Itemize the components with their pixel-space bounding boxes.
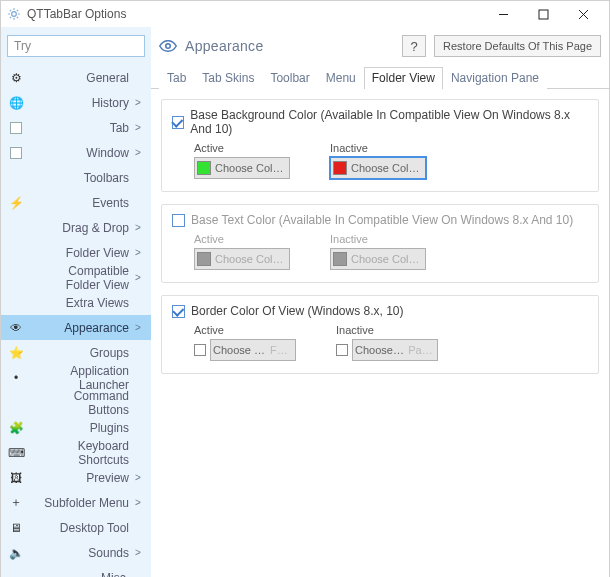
base-text-active-color-button[interactable]: Choose Color... — [194, 248, 290, 270]
chevron-icon: > — [135, 147, 145, 158]
border-active-sub-checkbox[interactable] — [194, 344, 206, 356]
base-bg-active-label: Active — [194, 142, 290, 154]
tab-toolbar[interactable]: Toolbar — [262, 67, 317, 89]
sidebar-item-label: Preview — [31, 471, 129, 485]
close-button[interactable] — [563, 1, 603, 27]
sidebar-item-tab[interactable]: Tab> — [1, 115, 151, 140]
color-swatch — [197, 252, 211, 266]
sub-tabs: TabTab SkinsToolbarMenuFolder ViewNaviga… — [151, 65, 609, 89]
chevron-icon: > — [135, 497, 145, 508]
sidebar-item-label: General — [31, 71, 129, 85]
window-title: QTTabBar Options — [27, 7, 483, 21]
tab-navigation-pane[interactable]: Navigation Pane — [443, 67, 547, 89]
chevron-icon: > — [135, 122, 145, 133]
sidebar-item-label: Extra Views — [31, 296, 129, 310]
base-text-inactive-label: Inactive — [330, 233, 426, 245]
sidebar-item-label: History — [31, 96, 129, 110]
sidebar-item-label: Application Launcher — [31, 364, 129, 392]
border-inactive-color-button[interactable]: Choose ColPain... — [352, 339, 438, 361]
star-icon: ⭐ — [7, 346, 25, 360]
sidebar-item-label: Command Buttons — [31, 389, 129, 417]
color-swatch — [197, 161, 211, 175]
dot-icon: • — [7, 371, 25, 385]
sidebar-item-window[interactable]: Window> — [1, 140, 151, 165]
sidebar-item-label: Misc. — [31, 571, 129, 578]
base-bg-inactive-color-button[interactable]: Choose Color... — [330, 157, 426, 179]
border-title: Border Color Of View (Windows 8.x, 10) — [191, 304, 404, 318]
base-text-title: Base Text Color (Available In Compatible… — [191, 213, 573, 227]
tab-menu[interactable]: Menu — [318, 67, 364, 89]
sidebar-item-label: Window — [31, 146, 129, 160]
base-text-active-label: Active — [194, 233, 290, 245]
chevron-icon: > — [135, 472, 145, 483]
sidebar-item-label: Desktop Tool — [31, 521, 129, 535]
sidebar-item-toolbars[interactable]: Toolbars — [1, 165, 151, 190]
border-active-label: Active — [194, 324, 296, 336]
eye-icon: 👁 — [7, 321, 25, 335]
base-bg-active-color-button[interactable]: Choose Color... — [194, 157, 290, 179]
sidebar-item-label: Subfolder Menu — [31, 496, 129, 510]
sidebar-item-application-launcher[interactable]: •Application Launcher — [1, 365, 151, 390]
chevron-icon: > — [135, 272, 145, 283]
sidebar-item-plugins[interactable]: 🧩Plugins — [1, 415, 151, 440]
sidebar-item-drag-drop[interactable]: Drag & Drop> — [1, 215, 151, 240]
sidebar-item-label: Drag & Drop — [31, 221, 129, 235]
tab-tab[interactable]: Tab — [159, 67, 194, 89]
svg-point-0 — [12, 12, 17, 17]
globe-icon: 🌐 — [7, 96, 25, 110]
plugin-icon: 🧩 — [7, 421, 25, 435]
desktop-icon: 🖥 — [7, 521, 25, 535]
base-bg-checkbox[interactable] — [172, 116, 184, 129]
bolt-icon: ⚡ — [7, 196, 25, 210]
base-text-inactive-color-button[interactable]: Choose Color... — [330, 248, 426, 270]
eye-icon — [159, 37, 177, 55]
sidebar-item-subfolder-menu[interactable]: ＋Subfolder Menu> — [1, 490, 151, 515]
sidebar-item-label: Appearance — [31, 321, 129, 335]
border-checkbox[interactable] — [172, 305, 185, 318]
svg-point-2 — [166, 44, 171, 49]
maximize-button[interactable] — [523, 1, 563, 27]
chevron-icon: > — [135, 247, 145, 258]
sidebar-item-sounds[interactable]: 🔈Sounds> — [1, 540, 151, 565]
tab-folder-view[interactable]: Folder View — [364, 67, 443, 89]
chevron-icon: > — [135, 97, 145, 108]
sidebar-item-compatible-folder-view[interactable]: Compatible Folder View> — [1, 265, 151, 290]
sidebar-item-groups[interactable]: ⭐Groups — [1, 340, 151, 365]
keyboard-icon: ⌨ — [7, 446, 25, 460]
sidebar-item-command-buttons[interactable]: Command Buttons — [1, 390, 151, 415]
restore-defaults-button[interactable]: Restore Defaults Of This Page — [434, 35, 601, 57]
sidebar-item-general[interactable]: ⚙General — [1, 65, 151, 90]
group-base-text: Base Text Color (Available In Compatible… — [161, 204, 599, 283]
chevron-icon: > — [135, 322, 145, 333]
sidebar-item-label: Keyboard Shortcuts — [31, 439, 129, 467]
sidebar-item-label: Compatible Folder View — [31, 264, 129, 292]
sidebar-item-preview[interactable]: 🖼Preview> — [1, 465, 151, 490]
minimize-button[interactable] — [483, 1, 523, 27]
page-title: Appearance — [185, 38, 394, 54]
border-active-color-button[interactable]: Choose ColFor... — [210, 339, 296, 361]
sidebar-item-desktop-tool[interactable]: 🖥Desktop Tool — [1, 515, 151, 540]
border-inactive-label: Inactive — [336, 324, 438, 336]
gear-icon: ⚙ — [7, 71, 25, 85]
group-border-color: Border Color Of View (Windows 8.x, 10) A… — [161, 295, 599, 374]
sidebar-item-label: Tab — [31, 121, 129, 135]
color-swatch — [333, 252, 347, 266]
sidebar-item-folder-view[interactable]: Folder View> — [1, 240, 151, 265]
help-button[interactable]: ? — [402, 35, 426, 57]
tab-tab-skins[interactable]: Tab Skins — [194, 67, 262, 89]
sidebar: ⚙General🌐History>Tab>Window>Toolbars⚡Eve… — [1, 27, 151, 577]
sidebar-item-events[interactable]: ⚡Events — [1, 190, 151, 215]
border-inactive-sub-checkbox[interactable] — [336, 344, 348, 356]
sidebar-item-misc-[interactable]: Misc. — [1, 565, 151, 577]
plus-icon: ＋ — [7, 494, 25, 511]
sidebar-item-history[interactable]: 🌐History> — [1, 90, 151, 115]
search-input[interactable] — [7, 35, 145, 57]
sidebar-item-label: Sounds — [31, 546, 129, 560]
sidebar-item-label: Folder View — [31, 246, 129, 260]
sidebar-item-appearance[interactable]: 👁Appearance> — [1, 315, 151, 340]
sidebar-item-extra-views[interactable]: Extra Views — [1, 290, 151, 315]
app-icon — [7, 7, 21, 21]
base-bg-inactive-label: Inactive — [330, 142, 426, 154]
base-text-checkbox[interactable] — [172, 214, 185, 227]
sidebar-item-keyboard-shortcuts[interactable]: ⌨Keyboard Shortcuts — [1, 440, 151, 465]
